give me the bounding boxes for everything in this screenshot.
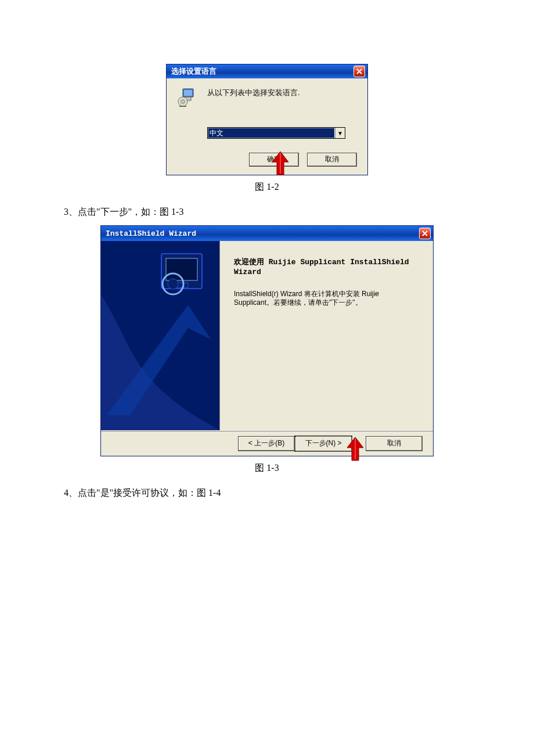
wizard-footer: < 上一步(B) 下一步(N) > 取消 xyxy=(101,430,433,456)
title-bar: 选择设置语言 xyxy=(167,64,367,78)
window-title: 选择设置语言 xyxy=(171,66,217,77)
wizard-body-text: InstallShield(r) Wizard 将在计算机中安装 Ruijie … xyxy=(234,290,419,307)
instruction-step-4: 4、点击"是"接受许可协议，如：图 1-4 xyxy=(64,487,534,499)
installer-icon xyxy=(175,87,198,110)
cancel-button[interactable]: 取消 xyxy=(366,436,423,451)
window-title: InstallShield Wizard xyxy=(106,229,196,238)
figure-caption-2: 图 1-3 xyxy=(0,462,534,474)
close-icon[interactable] xyxy=(419,228,431,239)
wizard-heading: 欢迎使用 Ruijie Supplicant InstallShield Wiz… xyxy=(234,257,419,277)
svg-point-12 xyxy=(168,279,178,289)
instruction-step-3: 3、点击"下一步"，如：图 1-3 xyxy=(64,206,534,218)
title-bar: InstallShield Wizard xyxy=(101,226,433,241)
installshield-wizard-dialog: InstallShield Wizard xyxy=(100,225,434,456)
next-button[interactable]: 下一步(N) > xyxy=(295,436,352,451)
ok-button[interactable]: 确定 xyxy=(249,153,299,167)
figure-caption-1: 图 1-2 xyxy=(0,181,534,193)
svg-rect-1 xyxy=(184,90,192,96)
dropdown-selected-value: 中文 xyxy=(208,128,334,138)
svg-point-4 xyxy=(181,100,185,104)
cancel-button[interactable]: 取消 xyxy=(307,153,357,167)
close-icon[interactable] xyxy=(353,66,365,77)
language-dropdown[interactable]: 中文 ▼ xyxy=(207,127,345,139)
language-select-dialog: 选择设置语言 xyxy=(166,64,368,175)
back-button[interactable]: < 上一步(B) xyxy=(238,436,295,451)
wizard-graphic-pane xyxy=(101,241,220,430)
chevron-down-icon[interactable]: ▼ xyxy=(335,128,345,138)
prompt-text: 从以下列表中选择安装语言. xyxy=(207,87,300,98)
wizard-content-pane: 欢迎使用 Ruijie Supplicant InstallShield Wiz… xyxy=(220,241,433,430)
